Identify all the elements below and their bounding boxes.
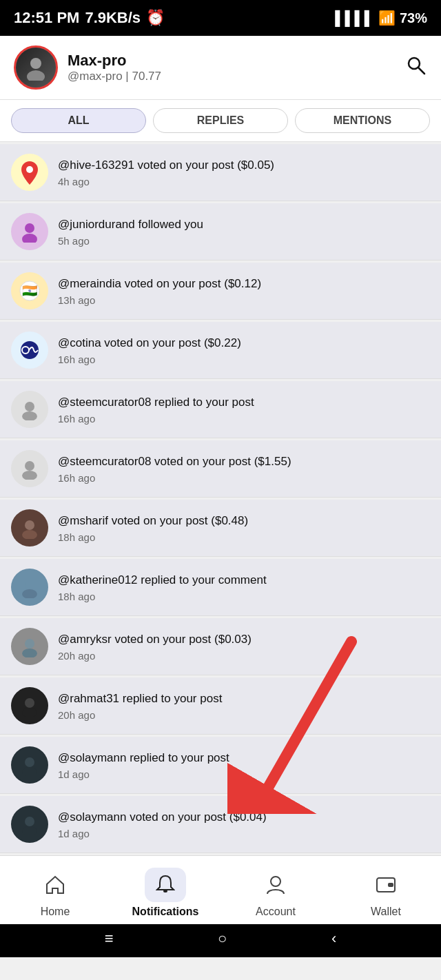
list-item[interactable]: @amryksr voted on your post ($0.03)20h a…: [0, 618, 441, 675]
notif-time: 4h ago: [58, 176, 430, 187]
status-right: ▌▌▌▌ 📶 73%: [335, 10, 427, 26]
list-item[interactable]: @juniordurand followed you5h ago: [0, 203, 441, 261]
notif-time: 1d ago: [58, 768, 430, 780]
svg-text:🇮🇳: 🇮🇳: [22, 283, 38, 298]
notif-message: @katherine012 replied to your comment: [58, 572, 430, 589]
list-item[interactable]: @solaymann replied to your post1d ago: [0, 737, 441, 794]
signal-icon: ▌▌▌▌: [335, 10, 374, 26]
notifications-list: @hive-163291 voted on your post ($0.05)4…: [0, 144, 441, 853]
nav-icon-wallet: [365, 868, 407, 902]
list-item[interactable]: @rahmat31 replied to your post20h ago: [0, 677, 441, 735]
notif-time: 16h ago: [58, 413, 430, 425]
notif-message: @solaymann replied to your post: [58, 750, 430, 766]
nav-label-home: Home: [41, 906, 70, 918]
notif-avatar: [11, 509, 48, 547]
home-ind-menu: ≡: [105, 930, 114, 948]
notif-avatar: [11, 331, 48, 369]
notif-avatar: 🇮🇳: [11, 272, 48, 309]
search-icon: [405, 54, 427, 76]
notif-text: @solaymann voted on your post ($0.04)1d …: [58, 809, 430, 839]
notif-text: @steemcurator08 replied to your post16h …: [58, 394, 430, 425]
notif-message: @amryksr voted on your post ($0.03): [58, 631, 430, 648]
nav-item-home[interactable]: Home: [0, 856, 110, 924]
notif-avatar: [11, 569, 48, 606]
svg-point-4: [26, 166, 33, 173]
svg-point-29: [271, 877, 280, 886]
filter-tabs: ALL REPLIES MENTIONS: [0, 100, 441, 142]
nav-item-account[interactable]: Account: [220, 856, 331, 924]
notif-text: @cotina voted on your post ($0.22)16h ag…: [58, 335, 430, 365]
notif-avatar: [11, 628, 48, 665]
notif-message: @cotina voted on your post ($0.22): [58, 335, 430, 351]
notif-time: 1d ago: [58, 828, 430, 839]
notif-time: 20h ago: [58, 709, 430, 721]
user-info: Max-pro @max-pro | 70.77: [68, 52, 161, 83]
nav-icon-account: [255, 868, 296, 902]
notif-time: 20h ago: [58, 650, 430, 662]
notif-text: @rahmat31 replied to your post20h ago: [58, 691, 430, 721]
notif-text: @katherine012 replied to your comment18h…: [58, 572, 430, 602]
svg-point-6: [22, 234, 37, 243]
tab-all[interactable]: ALL: [11, 108, 146, 133]
nav-icon-notifications: [145, 868, 186, 902]
svg-point-11: [25, 402, 34, 411]
svg-point-24: [22, 767, 37, 776]
svg-point-13: [25, 461, 34, 471]
nav-label-notifications: Notifications: [132, 906, 199, 918]
notif-time: 18h ago: [58, 591, 430, 602]
list-item[interactable]: @hive-163291 voted on your post ($0.05)4…: [0, 144, 441, 201]
nav-label-wallet: Wallet: [371, 906, 401, 918]
svg-point-18: [22, 589, 37, 598]
svg-point-5: [25, 223, 34, 233]
home-ind-circle: ○: [218, 930, 227, 948]
page-wrapper: 12:51 PM 7.9KB/s ⏰ ▌▌▌▌ 📶 73% Max-pro: [0, 0, 441, 957]
nav-icon-home: [34, 868, 76, 902]
battery: 73%: [400, 10, 427, 26]
search-button[interactable]: [405, 54, 427, 81]
notif-avatar: [11, 391, 48, 428]
alarm-icon: ⏰: [146, 9, 165, 27]
notif-avatar: [11, 450, 48, 487]
avatar-silhouette: [23, 54, 49, 81]
avatar[interactable]: [14, 45, 58, 90]
tab-mentions[interactable]: MENTIONS: [295, 108, 430, 133]
notif-message: @rahmat31 replied to your post: [58, 691, 430, 707]
notif-message: @juniordurand followed you: [58, 216, 430, 233]
notif-message: @hive-163291 voted on your post ($0.05): [58, 157, 430, 174]
notif-avatar: [11, 746, 48, 784]
svg-point-26: [22, 826, 37, 835]
nav-label-account: Account: [256, 906, 296, 918]
svg-line-3: [418, 68, 424, 74]
list-item[interactable]: @msharif voted on your post ($0.48)18h a…: [0, 500, 441, 557]
bottom-nav: HomeNotificationsAccountWallet: [0, 855, 441, 924]
tab-replies[interactable]: REPLIES: [153, 108, 288, 133]
notif-text: @solaymann replied to your post1d ago: [58, 750, 430, 780]
nav-item-wallet[interactable]: Wallet: [331, 856, 441, 924]
notif-text: @amryksr voted on your post ($0.03)20h a…: [58, 631, 430, 662]
notif-avatar: [11, 806, 48, 843]
status-left: 12:51 PM 7.9KB/s ⏰: [14, 9, 165, 27]
notif-text: @meraindia voted on your post ($0.12)13h…: [58, 276, 430, 306]
notif-time: 13h ago: [58, 294, 430, 306]
notif-time: 18h ago: [58, 531, 430, 543]
svg-point-21: [25, 698, 34, 708]
list-item[interactable]: @steemcurator08 replied to your post16h …: [0, 381, 441, 438]
nav-item-notifications[interactable]: Notifications: [110, 856, 220, 924]
notif-avatar: [11, 213, 48, 250]
notif-time: 16h ago: [58, 354, 430, 365]
wifi-icon: 📶: [378, 10, 396, 26]
list-item[interactable]: 🇮🇳@meraindia voted on your post ($0.12)1…: [0, 263, 441, 320]
user-handle: @max-pro | 70.77: [68, 70, 161, 83]
notif-avatar: [11, 154, 48, 191]
list-item[interactable]: @solaymann voted on your post ($0.04)1d …: [0, 796, 441, 853]
time: 12:51 PM: [14, 9, 79, 27]
notif-time: 5h ago: [58, 235, 430, 247]
svg-rect-28: [163, 890, 167, 892]
home-indicator: ≡ ○ ‹: [0, 924, 441, 957]
header-left: Max-pro @max-pro | 70.77: [14, 45, 161, 90]
list-item[interactable]: @cotina voted on your post ($0.22)16h ag…: [0, 322, 441, 379]
list-item[interactable]: @katherine012 replied to your comment18h…: [0, 559, 441, 616]
list-item[interactable]: @steemcurator08 voted on your post ($1.5…: [0, 440, 441, 498]
svg-rect-31: [388, 883, 393, 887]
svg-point-20: [22, 649, 37, 657]
